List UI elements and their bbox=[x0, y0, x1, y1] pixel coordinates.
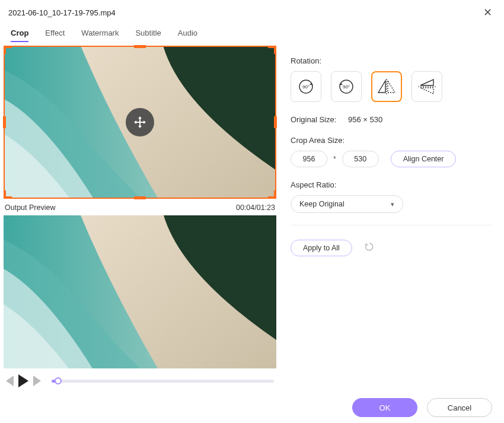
tab-effect[interactable]: Effect bbox=[45, 28, 65, 42]
aspect-ratio-label: Aspect Ratio: bbox=[291, 180, 492, 189]
close-icon[interactable]: ✕ bbox=[480, 5, 496, 20]
cancel-button[interactable]: Cancel bbox=[427, 398, 492, 417]
crop-handle-top[interactable] bbox=[134, 45, 146, 48]
window-title: 2021-06-10_10-17-19-795.mp4 bbox=[8, 8, 480, 17]
svg-text:90°: 90° bbox=[343, 84, 350, 90]
crop-area-label: Crop Area Size: bbox=[291, 136, 492, 145]
multiply-icon: * bbox=[333, 155, 336, 163]
original-size-value: 956 × 530 bbox=[348, 115, 382, 124]
align-center-button[interactable]: Align Center bbox=[391, 151, 457, 167]
crop-handle-bottom[interactable] bbox=[134, 196, 146, 199]
crop-handle-right[interactable] bbox=[274, 116, 277, 128]
chevron-down-icon: ▾ bbox=[391, 201, 394, 208]
aspect-ratio-select[interactable]: Keep Original ▾ bbox=[291, 195, 403, 213]
flip-horizontal-button[interactable] bbox=[371, 71, 402, 102]
seek-slider[interactable] bbox=[52, 380, 274, 383]
crop-height-input[interactable] bbox=[342, 151, 379, 167]
tab-subtitle[interactable]: Subtitle bbox=[135, 28, 161, 42]
tab-crop[interactable]: Crop bbox=[11, 28, 28, 42]
next-frame-button[interactable] bbox=[33, 376, 41, 386]
original-size-label: Original Size: bbox=[291, 115, 336, 124]
crop-width-input[interactable] bbox=[291, 151, 327, 167]
seek-thumb[interactable] bbox=[55, 377, 62, 384]
timecode: 00:04/01:23 bbox=[236, 203, 275, 212]
flip-vertical-button[interactable] bbox=[412, 71, 442, 102]
reset-icon[interactable] bbox=[364, 241, 375, 255]
crop-viewport[interactable] bbox=[4, 46, 276, 199]
crop-handle-left[interactable] bbox=[3, 116, 6, 128]
svg-text:90°: 90° bbox=[302, 84, 310, 90]
move-icon[interactable] bbox=[126, 108, 154, 136]
rotate-ccw-90-button[interactable]: 90° bbox=[331, 71, 362, 102]
rotate-cw-90-button[interactable]: 90° bbox=[291, 71, 321, 102]
apply-to-all-button[interactable]: Apply to All bbox=[291, 240, 352, 256]
output-preview-frame bbox=[4, 215, 276, 368]
ok-button[interactable]: OK bbox=[352, 398, 417, 417]
tab-bar: Crop Effect Watermark Subtitle Audio bbox=[0, 23, 504, 42]
play-button[interactable] bbox=[18, 374, 28, 387]
tab-watermark[interactable]: Watermark bbox=[81, 28, 119, 42]
divider bbox=[291, 225, 492, 225]
tab-audio[interactable]: Audio bbox=[178, 28, 197, 42]
prev-frame-button[interactable] bbox=[6, 376, 14, 386]
rotation-label: Rotation: bbox=[291, 56, 492, 65]
output-preview-label: Output Preview bbox=[5, 203, 55, 212]
aspect-ratio-value: Keep Original bbox=[299, 200, 344, 208]
